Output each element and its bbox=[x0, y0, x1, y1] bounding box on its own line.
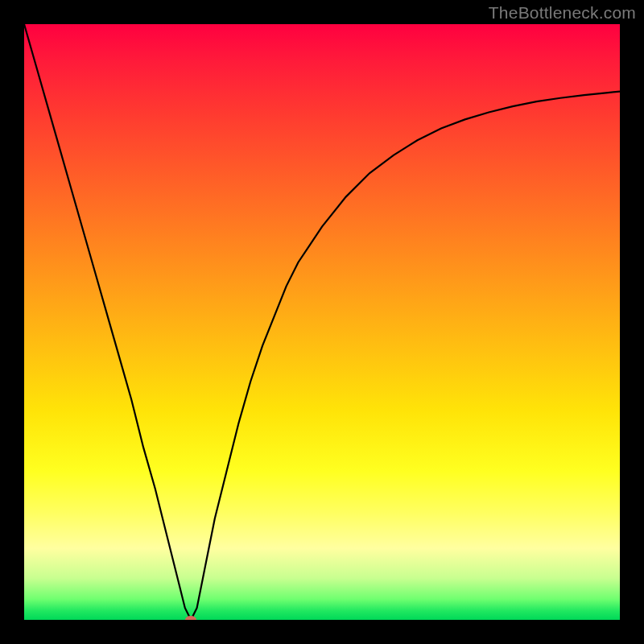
plot-area bbox=[24, 24, 620, 620]
bottleneck-curve bbox=[24, 24, 620, 620]
curve-line bbox=[24, 24, 620, 620]
minimum-marker bbox=[185, 616, 196, 620]
watermark-text: TheBottleneck.com bbox=[489, 3, 636, 23]
chart-frame: TheBottleneck.com bbox=[0, 0, 644, 644]
